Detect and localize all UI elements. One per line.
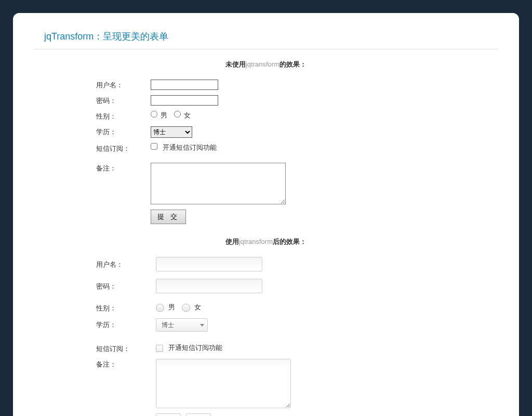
sms-checkbox[interactable] <box>151 143 157 150</box>
heading-plain-pre: 未使用 <box>225 60 246 68</box>
section-heading-styled: 使用jqtransform后的效果： <box>34 237 498 246</box>
gender-male-label-styled: 男 <box>168 303 175 311</box>
gender-male-radio-styled[interactable] <box>156 304 164 312</box>
form-plain: 用户名： 密码： 性别： 男 女 学历： 博士 短信订阅： <box>96 80 498 224</box>
label-education: 学历： <box>96 126 151 137</box>
reset-button-styled[interactable]: 重置 <box>186 413 211 416</box>
label-remark-styled: 备注： <box>96 359 156 369</box>
label-password: 密码： <box>96 95 151 106</box>
heading-plain-lib: jqtransform <box>246 60 280 68</box>
username-input[interactable] <box>151 80 218 90</box>
label-sms-styled: 短信订阅： <box>96 343 156 354</box>
gender-female-radio-styled[interactable] <box>182 304 190 312</box>
label-sms: 短信订阅： <box>96 143 151 153</box>
label-gender-styled: 性别： <box>96 303 156 313</box>
education-select[interactable]: 博士 <box>151 126 192 138</box>
label-username-styled: 用户名： <box>96 257 156 269</box>
heading-styled-pre: 使用 <box>225 238 239 245</box>
password-input[interactable] <box>151 95 218 106</box>
gender-female-radio[interactable] <box>174 111 181 118</box>
gender-female-label: 女 <box>184 111 191 119</box>
label-education-styled: 学历： <box>96 318 156 330</box>
education-selected-value: 博士 <box>162 321 174 330</box>
sms-checkbox-label: 开通短信订阅功能 <box>163 144 217 151</box>
education-select-styled[interactable]: 博士 <box>156 318 208 332</box>
content-card: jqTransform：呈现更美的表单 未使用jqtransform的效果： 用… <box>13 13 519 416</box>
label-remark: 备注： <box>96 163 151 173</box>
username-input-styled[interactable] <box>156 257 262 271</box>
section-heading-plain: 未使用jqtransform的效果： <box>34 60 498 69</box>
label-password-styled: 密码： <box>96 279 156 291</box>
label-gender: 性别： <box>96 111 151 121</box>
submit-button[interactable]: 提 交 <box>151 210 186 224</box>
heading-styled-lib: jqtransform <box>239 238 273 245</box>
sms-checkbox-styled[interactable] <box>156 345 163 352</box>
gender-female-label-styled: 女 <box>194 303 201 311</box>
heading-plain-post: 的效果： <box>280 60 307 68</box>
password-input-styled[interactable] <box>156 279 262 293</box>
gender-male-radio[interactable] <box>151 111 157 118</box>
chevron-down-icon <box>200 324 204 327</box>
gender-male-label: 男 <box>161 111 167 119</box>
remark-textarea[interactable] <box>151 163 286 204</box>
heading-styled-post: 后的效果： <box>273 238 307 245</box>
sms-checkbox-label-styled: 开通短信订阅功能 <box>168 344 222 352</box>
submit-button-styled[interactable]: 提交 <box>156 413 181 416</box>
label-username: 用户名： <box>96 80 151 90</box>
form-styled: 用户名： 密码： 性别： 男 女 学历： 博士 短信订阅： <box>96 257 498 416</box>
page-title: jqTransform：呈现更美的表单 <box>34 26 498 49</box>
remark-textarea-styled[interactable] <box>156 359 291 408</box>
